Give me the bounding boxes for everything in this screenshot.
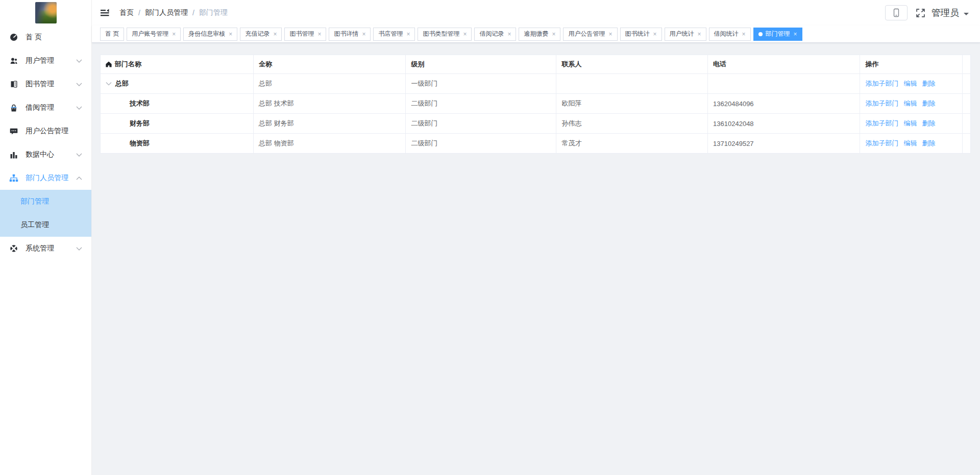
edit-link[interactable]: 编辑 <box>903 99 917 107</box>
caret-down-icon <box>964 13 969 18</box>
column-header-full-name: 全称 <box>254 55 406 74</box>
sidebar-toggle-icon[interactable] <box>100 8 110 17</box>
sidebar-menu: 首 页 用户管理 图书管理 <box>0 26 91 260</box>
breadcrumb-home[interactable]: 首页 <box>119 8 134 17</box>
add-sub-department-link[interactable]: 添加子部门 <box>865 139 898 147</box>
table-row: 物资部 总部 物资部 二级部门 常茂才 13710249527 添加子部门编辑删… <box>101 134 971 154</box>
sidebar-item-label: 借阅管理 <box>26 103 76 112</box>
table-gutter-cell <box>963 134 971 154</box>
breadcrumb-separator: / <box>192 9 194 17</box>
sidebar-item-book-management[interactable]: 图书管理 <box>0 72 91 96</box>
tab-recharge-records[interactable]: 充值记录× <box>240 28 282 41</box>
level-cell: 二级部门 <box>406 94 556 114</box>
tab-close-icon[interactable]: × <box>794 31 797 37</box>
admin-dropdown[interactable]: 管理员 <box>932 7 969 19</box>
sidebar-subitem-department-management[interactable]: 部门管理 <box>0 190 91 213</box>
tab-book-details[interactable]: 图书详情× <box>329 28 371 41</box>
page-content: 部门名称 全称 级别 联系人 电话 操作 <box>92 43 980 475</box>
comment-icon <box>9 127 18 136</box>
edit-link[interactable]: 编辑 <box>903 119 917 127</box>
level-cell: 一级部门 <box>406 74 556 94</box>
sidebar-item-label: 部门人员管理 <box>26 173 76 183</box>
sidebar: 首 页 用户管理 图书管理 <box>0 0 92 475</box>
mobile-preview-button[interactable] <box>885 5 908 20</box>
tab-close-icon[interactable]: × <box>362 31 365 37</box>
tab-bookstore-management[interactable]: 书店管理× <box>373 28 415 41</box>
add-sub-department-link[interactable]: 添加子部门 <box>865 80 898 87</box>
tab-close-icon[interactable]: × <box>406 31 410 37</box>
settings-icon <box>9 244 18 253</box>
tab-identity-review[interactable]: 身份信息审核× <box>183 28 237 41</box>
tab-close-icon[interactable]: × <box>273 31 277 37</box>
sidebar-subitem-label: 部门管理 <box>20 197 49 206</box>
sidebar-submenu: 部门管理 员工管理 <box>0 190 91 237</box>
delete-link[interactable]: 删除 <box>922 139 935 147</box>
home-icon <box>106 61 112 67</box>
sidebar-item-data-center[interactable]: 数据中心 <box>0 143 91 166</box>
tab-announcement-management[interactable]: 用户公告管理× <box>563 28 617 41</box>
chevron-down-icon <box>76 59 82 63</box>
phone-cell: 13610242048 <box>708 114 860 134</box>
tab-book-type-management[interactable]: 图书类型管理× <box>418 28 472 41</box>
column-header-phone: 电话 <box>708 55 860 74</box>
sidebar-item-user-management[interactable]: 用户管理 <box>0 49 91 72</box>
add-sub-department-link[interactable]: 添加子部门 <box>865 99 898 107</box>
sidebar-item-announcement-management[interactable]: 用户公告管理 <box>0 119 91 143</box>
sidebar-subitem-employee-management[interactable]: 员工管理 <box>0 213 91 237</box>
breadcrumb-department-staff[interactable]: 部门人员管理 <box>145 8 188 17</box>
delete-link[interactable]: 删除 <box>922 99 935 107</box>
tab-user-accounts[interactable]: 用户账号管理× <box>127 28 181 41</box>
full-name-cell: 总部 物资部 <box>254 134 406 154</box>
row-expand-icon[interactable] <box>106 82 112 86</box>
tab-close-icon[interactable]: × <box>172 31 176 37</box>
sidebar-item-borrow-management[interactable]: 借阅管理 <box>0 96 91 119</box>
add-sub-department-link[interactable]: 添加子部门 <box>865 119 898 127</box>
department-name: 技术部 <box>101 94 254 114</box>
main-area: 首页 / 部门人员管理 / 部门管理 管理员 首 页 <box>92 0 980 475</box>
tab-close-icon[interactable]: × <box>742 31 746 37</box>
tab-borrow-stats[interactable]: 借阅统计× <box>709 28 751 41</box>
bar-chart-icon <box>9 151 18 159</box>
edit-link[interactable]: 编辑 <box>903 80 917 87</box>
sidebar-item-home[interactable]: 首 页 <box>0 26 91 49</box>
column-header-contact: 联系人 <box>556 55 708 74</box>
users-icon <box>9 57 18 65</box>
tab-close-icon[interactable]: × <box>698 31 701 37</box>
tabs-bar: 首 页 用户账号管理× 身份信息审核× 充值记录× 图书管理× 图书详情× 书店… <box>92 26 980 43</box>
tab-borrow-records[interactable]: 借阅记录× <box>474 28 516 41</box>
tab-close-icon[interactable]: × <box>463 31 467 37</box>
active-tab-dot <box>758 32 763 36</box>
delete-link[interactable]: 删除 <box>922 119 935 127</box>
table-header-row: 部门名称 全称 级别 联系人 电话 操作 <box>101 55 971 74</box>
column-header-actions: 操作 <box>860 55 963 74</box>
tab-close-icon[interactable]: × <box>608 31 612 37</box>
sidebar-item-label: 用户公告管理 <box>26 127 84 136</box>
sidebar-item-system-management[interactable]: 系统管理 <box>0 237 91 260</box>
sidebar-item-department-staff-management[interactable]: 部门人员管理 <box>0 166 91 190</box>
contact-cell: 常茂才 <box>556 134 708 154</box>
edit-link[interactable]: 编辑 <box>903 139 917 147</box>
table-gutter-cell <box>963 94 971 114</box>
tab-close-icon[interactable]: × <box>507 31 511 37</box>
tab-home[interactable]: 首 页 <box>100 28 124 41</box>
dashboard-icon <box>9 33 18 42</box>
tab-close-icon[interactable]: × <box>653 31 657 37</box>
tab-book-management[interactable]: 图书管理× <box>284 28 326 41</box>
breadcrumb-separator: / <box>138 9 140 17</box>
contact-cell: 欧阳萍 <box>556 94 708 114</box>
sidebar-item-label: 首 页 <box>26 33 84 42</box>
full-name-cell: 总部 技术部 <box>254 94 406 114</box>
tab-close-icon[interactable]: × <box>317 31 321 37</box>
tab-close-icon[interactable]: × <box>229 31 232 37</box>
delete-link[interactable]: 删除 <box>922 80 935 87</box>
phone-cell: 13710249527 <box>708 134 860 154</box>
column-header-department-name: 部门名称 <box>101 55 254 74</box>
tab-close-icon[interactable]: × <box>552 31 555 37</box>
tab-department-management[interactable]: 部门管理× <box>753 28 802 41</box>
tab-book-stats[interactable]: 图书统计× <box>620 28 662 41</box>
tab-overdue-payment[interactable]: 逾期缴费× <box>519 28 560 41</box>
chevron-down-icon <box>76 153 82 157</box>
fullscreen-icon[interactable] <box>916 8 925 18</box>
tab-user-stats[interactable]: 用户统计× <box>665 28 706 41</box>
book-icon <box>9 80 18 89</box>
